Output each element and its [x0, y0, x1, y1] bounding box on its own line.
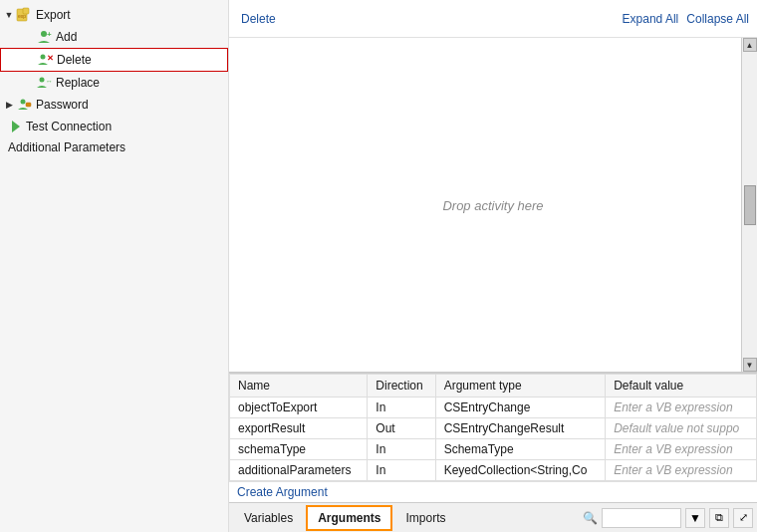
- tab-search-area: 🔍 ▼ ⧉ ⤢: [583, 508, 753, 528]
- testconn-icon: [8, 119, 24, 134]
- svg-point-5: [41, 55, 46, 60]
- sidebar-item-password[interactable]: ▶ Password: [0, 94, 228, 116]
- arguments-table: Name Direction Argument type Default val…: [229, 374, 757, 481]
- delete-icon: ✕: [37, 52, 53, 68]
- tab-search-input[interactable]: [602, 508, 681, 528]
- tab-icon-btn-2[interactable]: ⤢: [733, 508, 753, 528]
- expand-icon: ⤢: [739, 511, 748, 524]
- chevron-export-icon: ▼: [4, 10, 14, 20]
- add-icon: +: [36, 29, 52, 45]
- row3-type: SchemaType: [435, 439, 606, 460]
- sidebar-item-replace[interactable]: ↔ Replace: [0, 72, 228, 94]
- col-direction: Direction: [368, 375, 435, 398]
- designer-area: Drop activity here ▲ ▼: [229, 38, 757, 373]
- row4-type: KeyedCollection<String,Co: [435, 460, 606, 481]
- svg-text:✕: ✕: [47, 54, 53, 63]
- table-row: additionalParameters In KeyedCollection<…: [230, 460, 757, 481]
- export-icon: exp: [16, 7, 32, 23]
- drop-hint: Drop activity here: [442, 197, 543, 212]
- scroll-up-arrow[interactable]: ▲: [743, 38, 757, 52]
- scroll-thumb[interactable]: [744, 185, 756, 225]
- row1-default[interactable]: Enter a VB expression: [606, 398, 757, 418]
- svg-text:+: +: [47, 30, 52, 39]
- sidebar-item-export[interactable]: ▼ exp Export: [0, 4, 228, 26]
- create-argument-link[interactable]: Create Argument: [229, 481, 757, 502]
- row2-name: exportResult: [230, 418, 368, 439]
- sidebar-item-additional-parameters[interactable]: Additional Parameters: [0, 137, 228, 157]
- scroll-thumb-area: [742, 52, 757, 358]
- chevron-password-icon: ▶: [4, 100, 14, 110]
- sidebar-item-password-label: Password: [36, 98, 89, 112]
- svg-text:exp: exp: [18, 13, 26, 19]
- top-bar-left: Delete: [241, 12, 276, 26]
- row2-default[interactable]: Default value not suppo: [606, 418, 757, 439]
- tab-imports[interactable]: Imports: [394, 506, 456, 530]
- tab-variables[interactable]: Variables: [233, 506, 304, 530]
- replace-icon: ↔: [36, 75, 52, 91]
- chevron-down-icon: ▼: [689, 511, 701, 525]
- designer-scrollbar[interactable]: ▲ ▼: [741, 38, 757, 372]
- main-content: Delete Expand All Collapse All Drop acti…: [229, 0, 757, 532]
- table-row: objectToExport In CSEntryChange Enter a …: [230, 398, 757, 418]
- password-icon: [16, 97, 32, 113]
- sidebar-item-test-connection[interactable]: Test Connection: [0, 116, 228, 137]
- collapse-all-link[interactable]: Collapse All: [686, 12, 749, 26]
- row1-type: CSEntryChange: [435, 398, 606, 418]
- col-argument-type: Argument type: [435, 375, 606, 398]
- sidebar-item-additional-parameters-label: Additional Parameters: [8, 140, 126, 154]
- col-default-value: Default value: [606, 375, 757, 398]
- sidebar-item-delete[interactable]: ✕ Delete: [0, 48, 228, 72]
- delete-link[interactable]: Delete: [241, 12, 276, 26]
- table-row: schemaType In SchemaType Enter a VB expr…: [230, 439, 757, 460]
- top-bar: Delete Expand All Collapse All: [229, 0, 757, 38]
- sidebar-item-test-connection-label: Test Connection: [26, 120, 112, 133]
- sidebar-item-add[interactable]: + Add: [0, 26, 228, 48]
- sidebar: ▼ exp Export + Add ✕: [0, 0, 229, 532]
- svg-point-9: [21, 100, 26, 105]
- scroll-down-arrow[interactable]: ▼: [743, 358, 757, 372]
- sidebar-item-replace-label: Replace: [56, 76, 100, 90]
- tab-dropdown-button[interactable]: ▼: [685, 508, 705, 528]
- arguments-area: Name Direction Argument type Default val…: [229, 373, 757, 502]
- search-icon: 🔍: [583, 511, 598, 525]
- row4-name: additionalParameters: [230, 460, 368, 481]
- bottom-tab-bar: Variables Arguments Imports 🔍 ▼ ⧉ ⤢: [229, 502, 757, 532]
- svg-text:↔: ↔: [46, 78, 52, 85]
- row3-name: schemaType: [230, 439, 368, 460]
- sidebar-item-delete-label: Delete: [57, 53, 92, 67]
- col-name: Name: [230, 375, 368, 398]
- svg-point-7: [40, 78, 45, 83]
- tab-icon-btn-1[interactable]: ⧉: [709, 508, 729, 528]
- svg-marker-11: [12, 121, 20, 133]
- tab-arguments[interactable]: Arguments: [306, 505, 392, 531]
- row3-direction: In: [368, 439, 435, 460]
- row2-direction: Out: [368, 418, 435, 439]
- row4-default[interactable]: Enter a VB expression: [606, 460, 757, 481]
- top-bar-right: Expand All Collapse All: [623, 12, 749, 26]
- svg-rect-10: [26, 103, 31, 107]
- copy-icon: ⧉: [715, 511, 723, 524]
- row1-direction: In: [368, 398, 435, 418]
- sidebar-item-add-label: Add: [56, 30, 77, 44]
- sidebar-item-export-label: Export: [36, 8, 71, 22]
- row2-type: CSEntryChangeResult: [435, 418, 606, 439]
- row3-default[interactable]: Enter a VB expression: [606, 439, 757, 460]
- expand-all-link[interactable]: Expand All: [623, 12, 679, 26]
- row4-direction: In: [368, 460, 435, 481]
- table-row: exportResult Out CSEntryChangeResult Def…: [230, 418, 757, 439]
- row1-name: objectToExport: [230, 398, 368, 418]
